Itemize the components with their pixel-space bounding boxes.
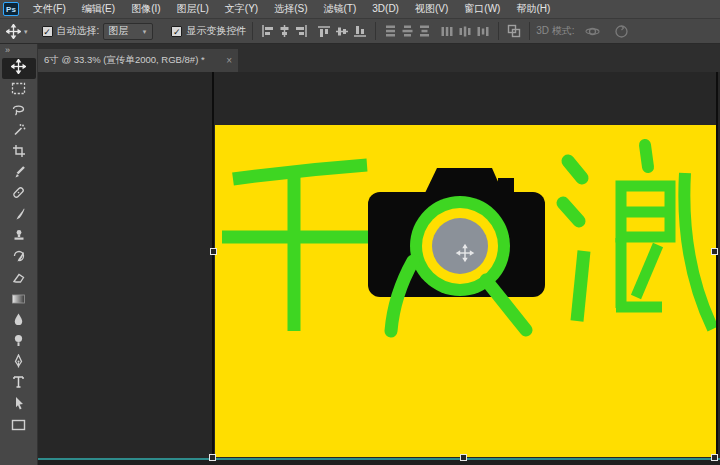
- auto-select-dropdown[interactable]: 图层 ▾: [103, 23, 153, 40]
- document-tab-bar: 6寸 @ 33.3% (宣传单2000, RGB/8#) * ×: [38, 44, 720, 72]
- pen-icon: [12, 354, 25, 372]
- show-transform-label: 显示变换控件: [186, 24, 246, 38]
- eyedropper-icon: [12, 165, 26, 183]
- 3d-mode-label: 3D 模式:: [536, 24, 574, 38]
- distribute-vertical-centers-icon[interactable]: [401, 24, 414, 38]
- char-lang: [563, 145, 713, 329]
- transform-handle-left-middle[interactable]: [210, 248, 217, 255]
- tool-path-selection[interactable]: [2, 394, 36, 415]
- menu-layer[interactable]: 图层(L): [169, 0, 217, 18]
- tool-move[interactable]: [2, 58, 36, 79]
- divider: [375, 22, 376, 40]
- transform-handle-bottom-center[interactable]: [460, 454, 467, 461]
- type-tool-icon: [12, 375, 25, 393]
- transform-left-edge[interactable]: [212, 72, 214, 460]
- rectangle-shape-icon: [11, 417, 26, 435]
- menu-select[interactable]: 选择(S): [266, 0, 315, 18]
- 3d-rotate-icon[interactable]: [585, 24, 600, 39]
- photoshop-window: Ps 文件(F) 编辑(E) 图像(I) 图层(L) 文字(Y) 选择(S) 滤…: [0, 0, 720, 465]
- divider: [498, 22, 499, 40]
- tool-eyedropper[interactable]: [2, 163, 36, 184]
- transform-handle-bottom-right[interactable]: [711, 454, 718, 461]
- cursor-arrow-icon: [13, 396, 25, 414]
- tool-pen[interactable]: [2, 352, 36, 373]
- menu-file[interactable]: 文件(F): [25, 0, 74, 18]
- water-drop-icon: [12, 312, 25, 330]
- photoshop-logo-icon: Ps: [3, 2, 19, 16]
- tool-spot-healing-brush[interactable]: [2, 184, 36, 205]
- workspace: »: [0, 44, 720, 465]
- tool-crop[interactable]: [2, 142, 36, 163]
- pasteboard-bottom: [38, 460, 720, 465]
- document-area: 6寸 @ 33.3% (宣传单2000, RGB/8#) * ×: [38, 44, 720, 465]
- menu-edit[interactable]: 编辑(E): [74, 0, 123, 18]
- auto-select-value: 图层: [108, 24, 141, 38]
- distribute-top-edges-icon[interactable]: [384, 24, 397, 38]
- expand-panel-icon[interactable]: »: [0, 44, 11, 58]
- transform-handle-right-middle[interactable]: [711, 248, 718, 255]
- distribute-right-edges-icon[interactable]: [476, 25, 490, 38]
- tools-panel: »: [0, 44, 38, 465]
- tool-brush[interactable]: [2, 205, 36, 226]
- 3d-roll-icon[interactable]: [614, 24, 629, 39]
- bandage-icon: [11, 185, 26, 204]
- lasso-icon: [11, 102, 26, 120]
- tool-gradient[interactable]: [2, 289, 36, 310]
- tool-rectangular-marquee[interactable]: [2, 79, 36, 100]
- gradient-icon: [11, 291, 26, 309]
- transform-right-edge[interactable]: [716, 72, 718, 460]
- tab-close-icon[interactable]: ×: [226, 55, 232, 66]
- tool-preset-caret-icon[interactable]: ▾: [24, 28, 28, 36]
- transform-handle-bottom-left[interactable]: [209, 454, 216, 461]
- brush-icon: [12, 207, 26, 225]
- move-icon: [11, 59, 26, 78]
- distribute-left-edges-icon[interactable]: [440, 25, 454, 38]
- auto-align-layers-icon[interactable]: [507, 24, 521, 38]
- move-tool-preset-icon[interactable]: [6, 24, 21, 39]
- artwork-layer: [215, 125, 716, 457]
- divider: [252, 22, 253, 40]
- auto-select-checkbox[interactable]: ✓: [42, 26, 53, 37]
- divider: [529, 22, 530, 40]
- eraser-icon: [11, 270, 26, 288]
- tool-lasso[interactable]: [2, 100, 36, 121]
- align-horizontal-centers-icon[interactable]: [278, 24, 291, 38]
- tool-horizontal-type[interactable]: [2, 373, 36, 394]
- distribute-bottom-edges-icon[interactable]: [418, 24, 431, 38]
- dodge-icon: [12, 333, 25, 351]
- char-qian: [222, 165, 370, 331]
- align-vertical-centers-icon[interactable]: [335, 25, 349, 38]
- tool-clone-stamp[interactable]: [2, 226, 36, 247]
- menu-help[interactable]: 帮助(H): [508, 0, 558, 18]
- menu-3d[interactable]: 3D(D): [364, 0, 407, 18]
- tool-quick-selection[interactable]: [2, 121, 36, 142]
- show-transform-checkbox[interactable]: ✓: [171, 26, 182, 37]
- canvas-viewport[interactable]: [38, 72, 720, 465]
- camera-lens: [432, 218, 488, 274]
- tool-blur[interactable]: [2, 310, 36, 331]
- menu-view[interactable]: 视图(V): [407, 0, 456, 18]
- rectangular-marquee-icon: [11, 81, 26, 99]
- align-top-edges-icon[interactable]: [317, 25, 331, 38]
- menu-type[interactable]: 文字(Y): [217, 0, 266, 18]
- tool-dodge[interactable]: [2, 331, 36, 352]
- document-tab[interactable]: 6寸 @ 33.3% (宣传单2000, RGB/8#) * ×: [38, 49, 238, 72]
- document-canvas[interactable]: [215, 125, 716, 457]
- align-left-edges-icon[interactable]: [261, 24, 274, 38]
- align-right-edges-icon[interactable]: [295, 24, 308, 38]
- crop-icon: [12, 144, 26, 162]
- tool-history-brush[interactable]: [2, 247, 36, 268]
- tool-rectangle[interactable]: [2, 415, 36, 436]
- menu-image[interactable]: 图像(I): [123, 0, 168, 18]
- menu-window[interactable]: 窗口(W): [456, 0, 508, 18]
- distribute-horizontal-centers-icon[interactable]: [458, 25, 472, 38]
- menu-filter[interactable]: 滤镜(T): [316, 0, 365, 18]
- stamp-icon: [12, 228, 26, 246]
- menu-bar: Ps 文件(F) 编辑(E) 图像(I) 图层(L) 文字(Y) 选择(S) 滤…: [0, 0, 720, 18]
- tool-eraser[interactable]: [2, 268, 36, 289]
- history-brush-icon: [12, 249, 26, 267]
- magic-wand-icon: [12, 123, 26, 141]
- align-bottom-edges-icon[interactable]: [353, 25, 367, 38]
- auto-select-label: 自动选择:: [57, 24, 100, 38]
- tool-options-bar: ▾ ✓ 自动选择: 图层 ▾ ✓ 显示变换控件: [0, 18, 720, 44]
